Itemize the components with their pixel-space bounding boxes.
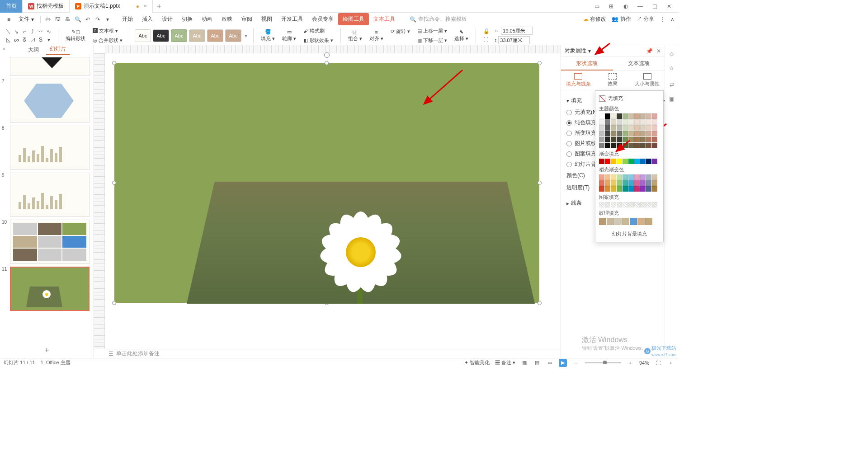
color-swatch[interactable] [646, 113, 651, 119]
preview-icon[interactable]: 🔍 [73, 15, 82, 24]
color-swatch[interactable] [640, 180, 646, 186]
file-menu[interactable]: 文件 ▾ [15, 14, 38, 24]
color-swatch[interactable] [646, 202, 651, 207]
rotate-handle[interactable] [324, 52, 330, 58]
maximize-button[interactable]: ▢ [649, 1, 660, 12]
tab-insert[interactable]: 插入 [137, 13, 157, 25]
share-button[interactable]: ↗ 分享 [637, 15, 654, 23]
layers-tool-icon[interactable]: ▣ [668, 95, 676, 103]
color-swatch[interactable] [640, 119, 646, 125]
fill-button[interactable]: 🪣填充 ▾ [258, 28, 278, 43]
color-swatch[interactable] [652, 137, 657, 142]
color-swatch[interactable] [637, 218, 645, 225]
tab-template[interactable]: W 找稻壳模板 [23, 0, 70, 13]
color-swatch[interactable] [623, 202, 628, 207]
bring-forward-button[interactable]: ▤上移一层 ▾ [415, 27, 450, 35]
color-swatch[interactable] [617, 125, 622, 131]
color-swatch[interactable] [605, 113, 610, 119]
command-search[interactable]: 🔍 查找命令、搜索模板 [410, 15, 467, 23]
s-shape-icon[interactable]: S [37, 36, 44, 43]
slide-thumb-7[interactable] [10, 79, 90, 123]
pending-changes[interactable]: ☁ 有修改 [583, 15, 606, 23]
color-swatch[interactable] [605, 159, 610, 164]
arrow-shape-icon[interactable]: ↘ [13, 28, 20, 35]
color-swatch[interactable] [634, 159, 640, 164]
new-tab-button[interactable]: + [153, 2, 165, 10]
color-swatch[interactable] [640, 202, 646, 207]
notes-bar[interactable]: ☰单击此处添加备注 [105, 349, 561, 358]
color-swatch[interactable] [634, 113, 640, 119]
color-swatch[interactable] [599, 159, 604, 164]
slide-thumb-8[interactable] [10, 126, 90, 170]
resize-handle-ne[interactable] [538, 61, 542, 65]
collapse-ribbon-icon[interactable]: ∧ [670, 16, 675, 23]
thumbs-list[interactable]: 7 8 9 10 11 [0, 55, 94, 343]
color-swatch[interactable] [599, 125, 604, 131]
color-swatch[interactable] [607, 218, 614, 225]
group-button[interactable]: ⿻组合 ▾ [345, 28, 365, 43]
color-swatch[interactable] [630, 218, 637, 225]
color-swatch[interactable] [605, 174, 610, 180]
color-swatch[interactable] [617, 113, 622, 119]
style-preset-1[interactable]: Abc [135, 29, 151, 42]
color-swatch[interactable] [605, 125, 610, 131]
merge-shape-button[interactable]: ◎合并形状 ▾ [90, 36, 125, 45]
color-swatch[interactable] [652, 119, 657, 125]
color-swatch[interactable] [640, 186, 646, 192]
chevron-down-icon[interactable]: ▾ [588, 48, 591, 54]
color-swatch[interactable] [623, 131, 628, 136]
tab-slideshow[interactable]: 放映 [217, 13, 237, 25]
layout-icon[interactable]: ▭ [591, 1, 602, 12]
edit-shape-button[interactable]: ✎▢编辑形状 [63, 28, 88, 43]
color-swatch[interactable] [623, 159, 628, 164]
color-swatch[interactable] [652, 131, 657, 136]
color-swatch[interactable] [622, 218, 629, 225]
color-swatch[interactable] [605, 186, 610, 192]
resize-handle-se[interactable] [538, 301, 542, 305]
resize-handle-n[interactable] [325, 61, 329, 65]
tab-home[interactable]: 首页 [0, 0, 23, 13]
grid-icon[interactable]: ⊞ [606, 1, 617, 12]
color-swatch[interactable] [628, 159, 634, 164]
color-swatch[interactable] [599, 174, 604, 180]
color-swatch[interactable] [611, 180, 616, 186]
color-swatch[interactable] [599, 137, 604, 142]
color-swatch[interactable] [611, 202, 616, 207]
tab-transition[interactable]: 切换 [177, 13, 197, 25]
color-swatch[interactable] [605, 180, 610, 186]
color-swatch[interactable] [628, 186, 634, 192]
color-swatch[interactable] [640, 137, 646, 142]
expand-icon[interactable]: + [667, 359, 675, 367]
style-preset-2[interactable]: Abc [153, 29, 169, 42]
color-swatch[interactable] [652, 180, 657, 186]
slide-thumb-10[interactable] [10, 220, 90, 264]
slide-bg-fill-option[interactable]: 幻灯片背景填充 [599, 228, 660, 237]
wave-shape-icon[interactable]: ⩘ [29, 36, 36, 43]
color-swatch[interactable] [646, 174, 651, 180]
tab-draw-tools[interactable]: 绘图工具 [338, 13, 369, 25]
select-button[interactable]: ⬉选择 ▾ [452, 28, 471, 43]
size-prop-subtab[interactable]: 大小与属性 [630, 70, 665, 90]
user-avatar-icon[interactable]: ◐ [620, 1, 631, 12]
color-swatch[interactable] [617, 174, 622, 180]
curve2-shape-icon[interactable]: ∿ [45, 28, 52, 35]
no-fill-option[interactable]: 无填充 [599, 94, 660, 103]
color-swatch[interactable] [640, 174, 646, 180]
format-painter-button[interactable]: 🖌格式刷 [301, 27, 336, 35]
color-swatch[interactable] [605, 131, 610, 136]
tab-devtools[interactable]: 开发工具 [277, 13, 307, 25]
slide-thumb-11[interactable] [10, 267, 90, 311]
style-preset-6[interactable]: Abc [225, 29, 241, 42]
resize-handle-e[interactable] [538, 181, 542, 185]
color-swatch[interactable] [623, 119, 628, 125]
zoom-value[interactable]: 94% [639, 360, 649, 366]
color-swatch[interactable] [599, 131, 604, 136]
scribble-shape-icon[interactable]: ᔕ [13, 36, 20, 43]
line-shape-icon[interactable]: ＼ [5, 28, 12, 35]
color-swatch[interactable] [614, 218, 622, 225]
tab-start[interactable]: 开始 [118, 13, 137, 25]
color-swatch[interactable] [599, 143, 604, 148]
resize-handle-sw[interactable] [112, 301, 116, 305]
color-swatch[interactable] [617, 180, 622, 186]
zigzag-shape-icon[interactable]: ᘔ [21, 36, 28, 43]
